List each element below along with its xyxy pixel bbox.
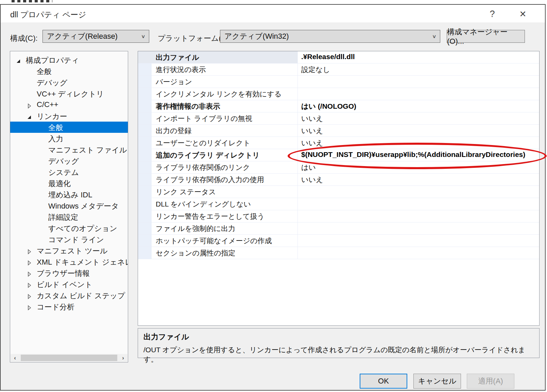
property-row[interactable]: ライブラリ依存関係のリンクはい — [138, 161, 539, 174]
tree-item[interactable]: Windows メタデータ — [10, 200, 128, 211]
tree-collapsed-icon[interactable] — [27, 270, 32, 275]
property-row[interactable]: リンカー警告をエラーとして扱う — [138, 210, 539, 222]
config-tree: 構成プロパティ全般デバッグVC++ ディレクトリC/C++リンカー全般入力マニフ… — [10, 51, 128, 362]
property-row[interactable]: インクリメンタル リンクを有効にする — [138, 88, 539, 100]
property-label: 進行状況の表示 — [152, 64, 298, 75]
tree-collapsed-icon[interactable] — [27, 259, 32, 264]
property-value[interactable]: いいえ — [298, 137, 539, 149]
property-value[interactable] — [298, 247, 539, 259]
tree-item[interactable]: リンカー — [10, 110, 128, 122]
tree-collapsed-icon[interactable] — [27, 248, 32, 253]
property-label: ユーザーごとのリダイレクト — [152, 137, 298, 149]
property-row[interactable]: ファイルを強制的に出力 — [138, 222, 539, 235]
tree-item[interactable]: 詳細設定 — [10, 211, 128, 222]
tree-item[interactable]: デバッグ — [10, 155, 128, 166]
tree-item[interactable]: すべてのオプション — [10, 222, 128, 234]
tree-item-label: 最適化 — [48, 179, 71, 189]
property-label: インポート ライブラリの無視 — [152, 112, 298, 124]
property-value[interactable] — [298, 88, 539, 100]
apply-button[interactable]: 適用(A) — [467, 374, 514, 389]
tree-collapsed-icon[interactable] — [27, 292, 32, 298]
property-row[interactable]: ホットパッチ可能なイメージの作成 — [138, 235, 539, 247]
property-label: 追加のライブラリ ディレクトリ — [152, 149, 298, 161]
tree-collapsed-icon[interactable] — [27, 102, 32, 107]
property-value[interactable]: .¥Release/dll.dll — [298, 51, 539, 63]
scroll-left-icon[interactable]: ‹ — [11, 354, 19, 362]
close-icon[interactable]: ✕ — [514, 7, 531, 20]
platform-dropdown[interactable]: アクティブ(Win32) ∨ — [220, 30, 440, 43]
property-value[interactable] — [298, 210, 539, 222]
help-icon[interactable]: ? — [484, 7, 501, 20]
property-pages-dialog: dll プロパティ ページ ? ✕ 構成(C): アクティブ(Release) … — [0, 4, 546, 391]
property-row[interactable]: 進行状況の表示設定なし — [138, 64, 539, 76]
property-label: ライブラリ依存関係の入力の使用 — [152, 174, 298, 185]
tree-item[interactable]: C/C++ — [10, 99, 128, 110]
tree-item[interactable]: 最適化 — [10, 178, 128, 189]
property-value[interactable]: いいえ — [298, 125, 539, 137]
property-row[interactable]: インポート ライブラリの無視いいえ — [138, 112, 539, 125]
property-row[interactable]: リンク ステータス — [138, 186, 539, 198]
property-value[interactable] — [298, 235, 539, 247]
property-value[interactable] — [298, 198, 539, 210]
tree-item-label: システム — [48, 167, 79, 178]
tree-item-label: ビルド イベント — [37, 280, 92, 290]
configuration-manager-button[interactable]: 構成マネージャー(O)... — [447, 30, 525, 43]
tree-expanded-icon[interactable] — [16, 57, 21, 63]
tree-item-label: マニフェスト ツール — [37, 246, 107, 256]
description-body: /OUT オプションを使用すると、リンカーによって作成されるプログラムの既定の名… — [143, 345, 534, 364]
tree-item[interactable]: マニフェスト ツール — [10, 245, 128, 256]
tree-item-label: コマンド ライン — [48, 235, 104, 245]
tree-item[interactable]: 構成プロパティ — [10, 54, 128, 66]
property-value[interactable]: 設定なし — [298, 64, 539, 75]
description-title: 出力ファイル — [143, 332, 534, 342]
property-row[interactable]: 出力ファイル.¥Release/dll.dll — [138, 51, 539, 64]
property-value[interactable] — [298, 186, 539, 198]
tree-item[interactable]: 全般 — [10, 122, 128, 133]
tree-item[interactable]: ブラウザー情報 — [10, 267, 128, 279]
tree-item[interactable]: システム — [10, 166, 128, 178]
tree-item[interactable]: コマンド ライン — [10, 234, 128, 245]
property-label: ファイルを強制的に出力 — [152, 222, 298, 234]
row-margin — [138, 137, 152, 149]
tree-item[interactable]: 入力 — [10, 133, 128, 144]
configuration-dropdown[interactable]: アクティブ(Release) ∨ — [42, 30, 149, 43]
property-value[interactable]: はい (/NOLOGO) — [298, 100, 539, 112]
scroll-right-icon[interactable]: › — [119, 354, 127, 362]
property-row[interactable]: バージョン — [138, 76, 539, 88]
property-value[interactable] — [298, 76, 539, 88]
property-value[interactable]: はい — [298, 161, 539, 173]
tree-horizontal-scrollbar[interactable]: ‹ › — [11, 354, 127, 362]
tree-item[interactable]: 全般 — [10, 66, 128, 77]
property-value[interactable]: $(NUOPT_INST_DIR)¥userapp¥lib;%(Addition… — [298, 149, 539, 161]
row-margin — [138, 247, 152, 259]
tree-collapsed-icon[interactable] — [27, 304, 32, 309]
property-row[interactable]: セクションの属性の指定 — [138, 247, 539, 259]
scrollbar-thumb[interactable] — [21, 355, 117, 361]
tree-item[interactable]: ビルド イベント — [10, 279, 128, 290]
property-value[interactable] — [298, 222, 539, 234]
property-row[interactable]: ユーザーごとのリダイレクトいいえ — [138, 137, 539, 149]
tree-item-label: C/C++ — [37, 100, 58, 109]
row-margin — [138, 161, 152, 173]
tree-collapsed-icon[interactable] — [27, 281, 32, 287]
ok-button[interactable]: OK — [360, 374, 407, 389]
property-row[interactable]: 著作権情報の非表示はい (/NOLOGO) — [138, 100, 539, 112]
property-row[interactable]: 出力の登録いいえ — [138, 125, 539, 137]
tree-item[interactable]: VC++ ディレクトリ — [10, 88, 128, 99]
tree-item[interactable]: デバッグ — [10, 77, 128, 88]
tree-item-label: VC++ ディレクトリ — [37, 89, 104, 99]
row-margin — [138, 198, 152, 210]
property-row[interactable]: DLL をバインディングしない — [138, 198, 539, 210]
tree-expanded-icon[interactable] — [27, 113, 32, 119]
tree-item[interactable]: カスタム ビルド ステップ — [10, 290, 128, 301]
property-value[interactable]: いいえ — [298, 112, 539, 124]
property-value[interactable]: いいえ — [298, 174, 539, 185]
tree-item[interactable]: コード分析 — [10, 301, 128, 312]
property-row[interactable]: 追加のライブラリ ディレクトリ$(NUOPT_INST_DIR)¥userapp… — [138, 149, 539, 161]
tree-item[interactable]: マニフェスト ファイル — [10, 144, 128, 155]
row-margin — [138, 100, 152, 112]
tree-item[interactable]: 埋め込み IDL — [10, 189, 128, 200]
property-row[interactable]: ライブラリ依存関係の入力の使用いいえ — [138, 174, 539, 186]
cancel-button[interactable]: キャンセル — [413, 374, 461, 389]
tree-item[interactable]: XML ドキュメント ジェネレーター — [10, 256, 128, 267]
